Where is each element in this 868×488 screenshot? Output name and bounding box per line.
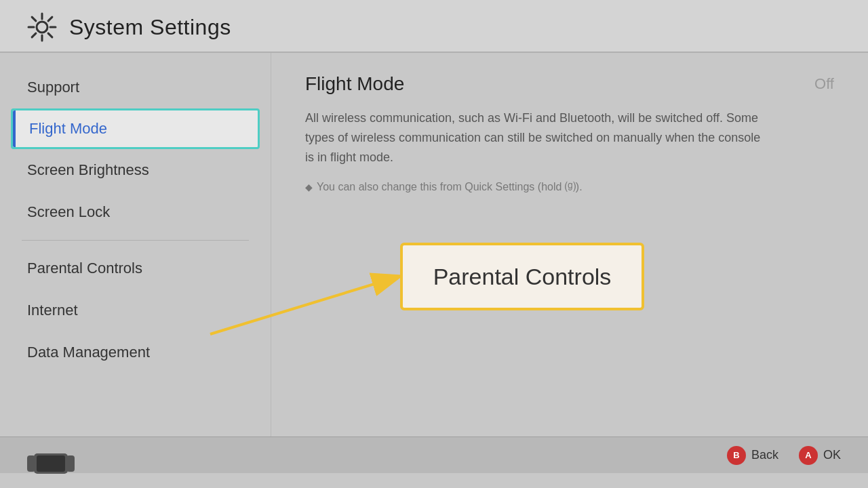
page-title: System Settings [69, 15, 231, 40]
sidebar-item-label: Data Management [27, 344, 150, 361]
b-button-icon: B [727, 446, 746, 465]
ok-label: OK [823, 448, 841, 462]
gear-icon [27, 12, 57, 42]
sidebar: Support Flight Mode Screen Brightness Sc… [0, 53, 271, 436]
setting-title-row: Flight Mode Off [305, 73, 834, 95]
a-label: A [805, 450, 811, 460]
svg-point-0 [37, 22, 47, 33]
setting-tip: ◆ You can also change this from Quick Se… [305, 180, 834, 195]
svg-rect-12 [66, 455, 75, 472]
setting-status: Off [814, 75, 834, 93]
a-button-icon: A [799, 446, 818, 465]
bottom-bar: B Back A OK [0, 436, 868, 473]
svg-rect-10 [37, 455, 65, 472]
sidebar-item-support[interactable]: Support [0, 66, 271, 108]
tip-text: You can also change this from Quick Sett… [317, 180, 583, 195]
sidebar-item-screen-lock[interactable]: Screen Lock [0, 191, 271, 233]
sidebar-item-parental-controls[interactable]: Parental Controls [0, 247, 271, 289]
header: System Settings [0, 0, 868, 53]
sidebar-item-internet[interactable]: Internet [0, 289, 271, 331]
b-label: B [733, 450, 739, 460]
back-button[interactable]: B Back [727, 446, 778, 465]
svg-line-5 [32, 17, 36, 21]
ok-button[interactable]: A OK [799, 446, 841, 465]
svg-line-8 [32, 33, 36, 37]
sidebar-item-flight-mode[interactable]: Flight Mode [11, 108, 260, 149]
svg-line-6 [48, 33, 52, 37]
setting-description: All wireless communication, such as Wi-F… [305, 108, 766, 167]
main-content: Support Flight Mode Screen Brightness Sc… [0, 53, 868, 436]
sidebar-item-label: Flight Mode [29, 120, 107, 137]
svg-rect-11 [27, 455, 35, 472]
svg-line-7 [48, 17, 52, 21]
sidebar-divider [22, 240, 249, 241]
console-icon [27, 450, 75, 480]
sidebar-item-label: Internet [27, 302, 78, 319]
sidebar-item-screen-brightness[interactable]: Screen Brightness [0, 149, 271, 191]
setting-title: Flight Mode [305, 73, 404, 95]
sidebar-item-label: Parental Controls [27, 260, 142, 277]
back-label: Back [751, 448, 778, 462]
sidebar-item-label: Screen Brightness [27, 161, 149, 178]
sidebar-item-label: Screen Lock [27, 203, 110, 220]
right-panel: Flight Mode Off All wireless communicati… [271, 53, 868, 436]
diamond-icon: ◆ [305, 182, 313, 192]
sidebar-item-data-management[interactable]: Data Management [0, 331, 271, 373]
sidebar-item-label: Support [27, 79, 79, 96]
